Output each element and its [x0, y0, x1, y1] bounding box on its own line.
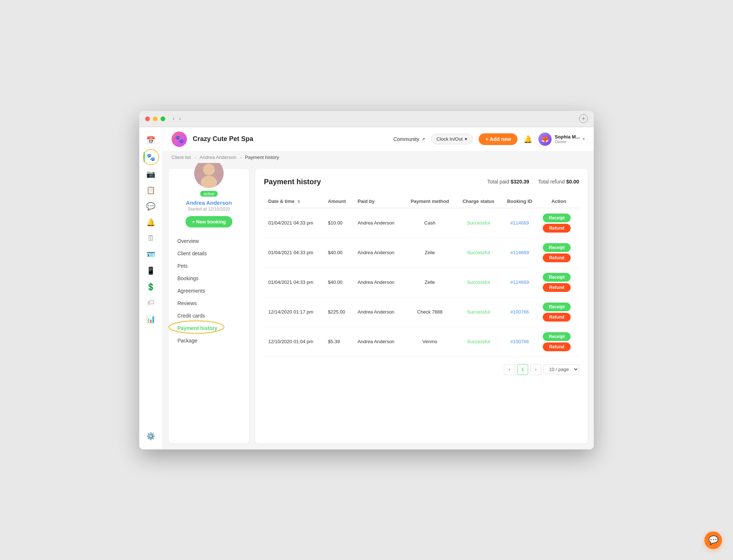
camera-icon: 📷: [146, 170, 155, 178]
sidebar-icon-camera[interactable]: 📷: [144, 167, 158, 181]
sidebar-icon-bell[interactable]: 🔔: [144, 215, 158, 230]
nav-arrows[interactable]: ‹ ›: [173, 115, 181, 122]
add-new-button[interactable]: + Add new: [479, 133, 517, 145]
receipt-button-4[interactable]: Receipt: [543, 332, 571, 341]
back-button[interactable]: ‹: [173, 115, 174, 122]
nav-credit-cards[interactable]: Credit cards: [172, 309, 246, 322]
nav-payment-history[interactable]: Payment history: [172, 322, 246, 334]
nav-reviews[interactable]: Reviews: [172, 297, 246, 309]
nav-agreements[interactable]: Agreements: [172, 285, 246, 297]
cell-paid-by-1: Andrea Anderson: [353, 238, 404, 267]
maximize-button[interactable]: [161, 116, 165, 121]
chevron-down-icon: ▾: [465, 136, 467, 142]
clock-in-out-button[interactable]: Clock In/Out ▾: [431, 134, 473, 144]
gear-icon: ⚙️: [146, 432, 155, 441]
sidebar-icon-id[interactable]: 🪪: [144, 247, 158, 262]
cell-date-0: 01/04/2021 04:33 pm: [264, 208, 324, 238]
calendar-icon: 📅: [146, 136, 155, 145]
sidebar-icon-paw[interactable]: 🐾: [143, 149, 159, 165]
user-avatar-area[interactable]: 🦊 Sophia M... Owner ▾: [538, 133, 585, 146]
cell-date-3: 12/14/2020 01:17 pm: [264, 297, 324, 327]
sort-icon: ⇅: [297, 200, 300, 204]
breadcrumb-current: Payment history: [245, 155, 279, 160]
chat-bubble-button[interactable]: 💬: [704, 531, 722, 549]
user-chevron-icon: ▾: [583, 137, 585, 141]
sidebar-icon-calendar2[interactable]: 🗓: [144, 231, 158, 246]
receipt-button-1[interactable]: Receipt: [543, 243, 571, 252]
window-controls[interactable]: [145, 116, 165, 121]
brand-logo: 🐾: [172, 131, 187, 147]
cell-paid-by-0: Andrea Anderson: [353, 208, 404, 238]
sidebar-icon-chart[interactable]: 📊: [144, 312, 158, 326]
cell-booking-0[interactable]: #114669: [501, 208, 539, 238]
col-charge-status: Charge status: [456, 195, 501, 208]
next-page-button[interactable]: ›: [530, 364, 541, 375]
sidebar-icon-clipboard[interactable]: 📋: [144, 183, 158, 197]
cell-actions-4: Receipt Refund: [538, 327, 579, 356]
cell-booking-4[interactable]: #100766: [501, 327, 539, 356]
client-name: Andrea Anderson: [186, 200, 232, 206]
refund-button-2[interactable]: Refund: [543, 283, 571, 292]
total-refund-value: $0.00: [566, 179, 579, 185]
chat-icon: 💬: [146, 202, 155, 211]
sidebar-icon-settings[interactable]: ⚙️: [144, 429, 158, 444]
prev-page-button[interactable]: ‹: [504, 364, 515, 375]
receipt-button-2[interactable]: Receipt: [543, 273, 571, 282]
col-date[interactable]: Date & time ⇅: [264, 195, 324, 208]
col-payment-method: Payment method: [404, 195, 456, 208]
bell-icon: 🔔: [146, 218, 155, 227]
forward-button[interactable]: ›: [179, 115, 181, 122]
refund-button-4[interactable]: Refund: [543, 342, 571, 351]
page-1-button[interactable]: 1: [517, 364, 528, 375]
clock-label: Clock In/Out: [437, 136, 463, 142]
sidebar-icon-phone[interactable]: 📱: [144, 263, 158, 278]
nav-pets[interactable]: Pets: [172, 260, 246, 272]
cell-amount-0: $10.00: [324, 208, 353, 238]
cell-paid-by-3: Andrea Anderson: [353, 297, 404, 327]
refund-button-0[interactable]: Refund: [543, 224, 571, 233]
titlebar-add-button[interactable]: +: [579, 114, 588, 123]
breadcrumb-client[interactable]: Andrea Anderson: [199, 155, 236, 160]
minimize-button[interactable]: [153, 116, 158, 121]
cell-booking-2[interactable]: #114669: [501, 267, 539, 297]
cell-status-1: Successful: [456, 238, 501, 267]
panel-title: Payment history: [264, 178, 321, 186]
nav-overview[interactable]: Overview: [172, 235, 246, 247]
brand-name: Crazy Cute Pet Spa: [193, 135, 253, 143]
community-label: Community: [393, 136, 419, 142]
cell-paid-by-4: Andrea Anderson: [353, 327, 404, 356]
cell-date-2: 01/04/2021 04:33 pm: [264, 267, 324, 297]
nav-bookings[interactable]: Bookings: [172, 272, 246, 285]
pagination: ‹ 1 › 10 / page 20 / page 50 / page: [264, 364, 579, 375]
breadcrumb-sep2: -: [240, 155, 243, 160]
table-row: 12/10/2020 01:04 pm $5.39 Andrea Anderso…: [264, 327, 579, 356]
refund-button-1[interactable]: Refund: [543, 253, 571, 262]
sidebar-icon-chat[interactable]: 💬: [144, 199, 158, 214]
col-action: Action: [538, 195, 579, 208]
nav-package[interactable]: Package: [172, 334, 246, 347]
active-indicator: [144, 152, 145, 162]
cell-booking-3[interactable]: #100766: [501, 297, 539, 327]
close-button[interactable]: [145, 116, 150, 121]
cell-booking-1[interactable]: #114669: [501, 238, 539, 267]
cell-date-4: 12/10/2020 01:04 pm: [264, 327, 324, 356]
notification-button[interactable]: 🔔: [523, 135, 533, 144]
cell-status-0: Successful: [456, 208, 501, 238]
cell-method-4: Venmo: [404, 327, 456, 356]
sidebar-icon-tag[interactable]: 🏷: [144, 296, 158, 310]
new-booking-button[interactable]: + New booking: [185, 216, 232, 227]
receipt-button-3[interactable]: Receipt: [543, 303, 571, 311]
breadcrumb-client-list[interactable]: Client list: [172, 155, 191, 160]
page-size-select[interactable]: 10 / page 20 / page 50 / page: [544, 364, 579, 374]
client-nav-menu: Overview Client details Pets Bookings Ag…: [169, 235, 249, 347]
cell-amount-1: $40.00: [324, 238, 353, 267]
receipt-button-0[interactable]: Receipt: [543, 214, 571, 222]
sidebar-icon-calendar[interactable]: 📅: [144, 133, 158, 148]
community-button[interactable]: Community ↗: [393, 136, 425, 142]
sidebar-icon-dollar[interactable]: 💲: [144, 279, 158, 294]
refund-button-3[interactable]: Refund: [543, 313, 571, 322]
id-card-icon: 🪪: [146, 250, 155, 259]
dollar-icon: 💲: [146, 282, 155, 291]
nav-client-details[interactable]: Client details: [172, 247, 246, 260]
status-badge: active: [200, 191, 218, 197]
